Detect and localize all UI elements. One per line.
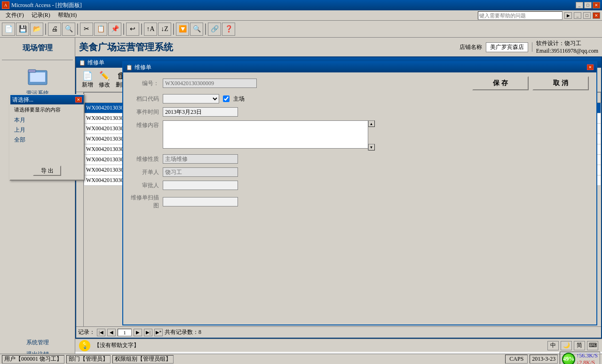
ime-keyboard[interactable]: ⌨: [587, 341, 598, 350]
toolbar-print[interactable]: 🖨: [48, 23, 61, 36]
form-row-approver: 审批人: [131, 181, 589, 190]
textarea-scrollbar: ▲ ▼: [368, 120, 374, 150]
nav-last[interactable]: ▶|: [144, 329, 152, 336]
form-row-opener: 开单人: [131, 167, 589, 177]
main-field-checkbox[interactable]: [223, 95, 230, 102]
nav-first[interactable]: |◀: [97, 329, 105, 336]
sidebar: 现场管理 营运系统 收银系统: [0, 38, 75, 363]
menu-bar: 文件(F) 记录(R) 帮助(H) ▶ _ □ ✕: [0, 10, 602, 21]
save-button[interactable]: 保 存: [472, 76, 529, 90]
window-min2[interactable]: _: [574, 12, 581, 19]
toolbar-help2[interactable]: ❓: [222, 23, 235, 36]
toolbar-preview[interactable]: 🔍: [62, 23, 75, 36]
form-dialog-title-bar: 📋 维修单 ✕: [123, 62, 596, 72]
menu-file[interactable]: 文件(F): [2, 10, 28, 20]
close-button[interactable]: ✕: [593, 2, 600, 8]
title-bar: A Microsoft Access - [控制面板] _ □ ✕: [0, 0, 602, 10]
content-header: 美食广场运营管理系统 店铺名称 美广罗宾森店 软件设计：饶习工 Email:39…: [75, 38, 602, 57]
ime-simple[interactable]: 简: [574, 341, 585, 350]
repair-content-input[interactable]: [163, 120, 374, 149]
nav-label: 记录：: [78, 328, 95, 336]
restore-button[interactable]: □: [584, 2, 592, 8]
toolbar-sep4: [141, 24, 142, 35]
main-area: 现场管理 营运系统 收银系统: [0, 38, 602, 363]
window-restore2[interactable]: □: [583, 12, 591, 19]
app-name: 美食广场运营管理系统: [79, 41, 173, 54]
event-time-input[interactable]: [163, 107, 238, 117]
toolbar-copy[interactable]: 📋: [94, 23, 107, 36]
export-button[interactable]: 导 出: [33, 166, 61, 176]
menu-help[interactable]: 帮助(H): [54, 10, 81, 20]
toolbar-add[interactable]: 📄 新增: [80, 70, 95, 90]
network-circle: 49%: [562, 353, 575, 364]
nav-current-input[interactable]: [118, 329, 132, 336]
select-dialog: 请选择... ✕ 请选择要显示的内容 本月 上月 全部 导 出: [9, 94, 85, 181]
form-row-repair-content: 维修内容 ▲ ▼: [131, 120, 589, 150]
toolbar-cut[interactable]: ✂: [80, 23, 93, 36]
minimize-button[interactable]: _: [576, 2, 583, 8]
form-buttons: 保 存 取 消: [472, 76, 589, 90]
nav-new[interactable]: ▶*: [154, 329, 163, 336]
repair-content-wrapper: ▲ ▼: [163, 120, 374, 150]
help-text: 【没有帮助文字】: [94, 341, 139, 349]
stall-code-select[interactable]: [163, 94, 219, 103]
cancel-button[interactable]: 取 消: [532, 76, 589, 90]
toolbar-paste[interactable]: 📌: [108, 23, 121, 36]
form-dialog: 📋 维修单 ✕ 编号： 保 存 取 消 档口代码: [122, 61, 597, 325]
toolbar: 📄 💾 📂 🖨 🔍 ✂ 📋 📌 ↩ ↑A ↓Z 🔽 🔍 🔗 ❓: [0, 21, 602, 38]
ime-moon[interactable]: 🌙: [561, 341, 572, 350]
network-speeds: ↑56.3K/S ↓2.8K/S: [576, 352, 598, 364]
help-search-input[interactable]: [478, 11, 562, 20]
toolbar-sep5: [173, 24, 174, 35]
number-input: [163, 79, 257, 88]
form-row-scan: 维修单扫描图: [131, 194, 589, 210]
toolbar-open[interactable]: 📂: [30, 23, 43, 36]
menu-record[interactable]: 记录(R): [28, 10, 54, 20]
select-dialog-title: 请选择... ✕: [10, 95, 84, 104]
operations-icon: [26, 67, 49, 89]
network-up: ↑56.3K/S: [576, 352, 598, 359]
ime-chinese[interactable]: 中: [547, 341, 559, 350]
select-dialog-close-button[interactable]: ✕: [75, 97, 82, 103]
scroll-up-button[interactable]: ▲: [368, 120, 375, 127]
form-body: 编号： 保 存 取 消 档口代码 主场 事件时间: [123, 72, 596, 217]
nav-prev[interactable]: ◀: [107, 329, 116, 336]
toolbar-sort-asc[interactable]: ↑A: [144, 23, 157, 36]
stall-code-label: 档口代码: [131, 95, 159, 103]
caps-indicator: CAPS: [505, 355, 528, 364]
edit-icon: ✏️: [99, 71, 110, 81]
toolbar-undo[interactable]: ↩: [126, 23, 139, 36]
toolbar-new[interactable]: 📄: [2, 23, 15, 36]
status-date: 2013-3-23: [530, 355, 558, 364]
scroll-down-button[interactable]: ▼: [368, 144, 375, 150]
store-label: 店铺名称: [459, 43, 482, 51]
sidebar-system-manage[interactable]: 系统管理: [2, 338, 73, 348]
select-option-last-month[interactable]: 上月: [14, 125, 80, 135]
select-option-all[interactable]: 全部: [14, 135, 80, 145]
toolbar-sep3: [123, 24, 124, 35]
toolbar-relationships[interactable]: 🔗: [208, 23, 221, 36]
repair-nature-label: 维修性质: [131, 155, 159, 163]
toolbar-sep1: [45, 24, 46, 35]
scan-input[interactable]: [163, 197, 238, 206]
search-go-button[interactable]: ▶: [564, 12, 572, 19]
window-close2[interactable]: ✕: [593, 12, 600, 19]
nav-next[interactable]: ▶: [134, 329, 142, 336]
store-info: 店铺名称 美广罗宾森店 软件设计：饶习工 Email:395116978@qq.…: [459, 40, 598, 55]
approver-input[interactable]: [163, 181, 238, 190]
network-down: ↓2.8K/S: [576, 359, 598, 364]
toolbar-filter[interactable]: 🔽: [176, 23, 189, 36]
sidebar-title: 现场管理: [2, 41, 73, 55]
select-option-current-month[interactable]: 本月: [14, 115, 80, 125]
app-icon: A: [2, 1, 9, 9]
help-bar: 💡 【没有帮助文字】 中 🌙 简 ⌨: [75, 339, 602, 352]
toolbar-edit[interactable]: ✏️ 修改: [97, 70, 112, 90]
header-sep: [532, 42, 532, 52]
add-label: 新增: [82, 81, 93, 89]
toolbar-search2[interactable]: 🔍: [190, 23, 203, 36]
number-label: 编号：: [131, 79, 159, 87]
toolbar-sort-desc[interactable]: ↓Z: [158, 23, 171, 36]
toolbar-save[interactable]: 💾: [16, 23, 29, 36]
form-dialog-close-button[interactable]: ✕: [587, 64, 594, 70]
edit-label: 修改: [99, 81, 110, 89]
